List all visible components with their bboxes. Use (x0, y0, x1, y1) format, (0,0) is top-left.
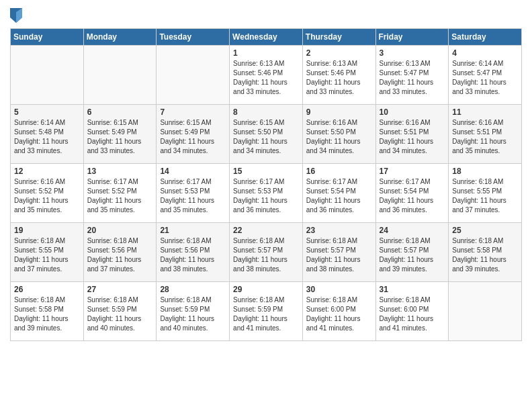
day-number: 18 (452, 167, 518, 176)
day-number: 12 (14, 167, 80, 176)
day-number: 9 (306, 107, 372, 117)
col-monday: Monday (83, 29, 157, 46)
day-info: Sunrise: 6:18 AM Sunset: 5:55 PM Dayligh… (14, 236, 80, 274)
day-info: Sunrise: 6:15 AM Sunset: 5:50 PM Dayligh… (233, 118, 299, 156)
day-info: Sunrise: 6:18 AM Sunset: 5:57 PM Dayligh… (306, 236, 372, 274)
day-info: Sunrise: 6:18 AM Sunset: 5:57 PM Dayligh… (380, 236, 445, 274)
day-number: 19 (14, 226, 80, 235)
day-cell: 24Sunrise: 6:18 AM Sunset: 5:57 PM Dayli… (375, 223, 449, 282)
day-cell: 9Sunrise: 6:16 AM Sunset: 5:50 PM Daylig… (302, 105, 375, 164)
day-number: 13 (87, 167, 153, 176)
week-row-2: 5Sunrise: 6:14 AM Sunset: 5:48 PM Daylig… (11, 105, 522, 164)
week-row-3: 12Sunrise: 6:16 AM Sunset: 5:52 PM Dayli… (11, 164, 522, 223)
day-number: 21 (160, 226, 226, 235)
day-info: Sunrise: 6:17 AM Sunset: 5:53 PM Dayligh… (160, 177, 226, 215)
day-cell: 7Sunrise: 6:15 AM Sunset: 5:49 PM Daylig… (157, 105, 230, 164)
day-info: Sunrise: 6:18 AM Sunset: 6:00 PM Dayligh… (380, 295, 445, 333)
day-cell: 10Sunrise: 6:16 AM Sunset: 5:51 PM Dayli… (375, 105, 449, 164)
day-number: 27 (87, 285, 153, 294)
day-number: 2 (306, 48, 372, 58)
day-cell: 3Sunrise: 6:13 AM Sunset: 5:47 PM Daylig… (375, 46, 449, 105)
day-number: 6 (87, 107, 153, 117)
day-cell (83, 46, 157, 105)
day-cell: 15Sunrise: 6:17 AM Sunset: 5:53 PM Dayli… (230, 164, 303, 223)
day-cell: 6Sunrise: 6:15 AM Sunset: 5:49 PM Daylig… (83, 105, 157, 164)
day-info: Sunrise: 6:13 AM Sunset: 5:46 PM Dayligh… (233, 59, 299, 97)
day-cell: 1Sunrise: 6:13 AM Sunset: 5:46 PM Daylig… (230, 46, 303, 105)
day-info: Sunrise: 6:18 AM Sunset: 5:55 PM Dayligh… (452, 177, 518, 215)
day-info: Sunrise: 6:17 AM Sunset: 5:54 PM Dayligh… (306, 177, 372, 215)
day-number: 30 (306, 285, 372, 294)
day-cell: 12Sunrise: 6:16 AM Sunset: 5:52 PM Dayli… (11, 164, 84, 223)
day-info: Sunrise: 6:17 AM Sunset: 5:52 PM Dayligh… (87, 177, 153, 215)
day-cell: 5Sunrise: 6:14 AM Sunset: 5:48 PM Daylig… (11, 105, 84, 164)
header-row: Sunday Monday Tuesday Wednesday Thursday… (11, 29, 522, 46)
day-info: Sunrise: 6:13 AM Sunset: 5:47 PM Dayligh… (380, 59, 445, 97)
day-cell: 27Sunrise: 6:18 AM Sunset: 5:59 PM Dayli… (83, 282, 157, 341)
day-info: Sunrise: 6:16 AM Sunset: 5:51 PM Dayligh… (452, 118, 518, 156)
day-number: 15 (233, 167, 299, 176)
day-cell: 21Sunrise: 6:18 AM Sunset: 5:56 PM Dayli… (157, 223, 230, 282)
day-cell: 20Sunrise: 6:18 AM Sunset: 5:56 PM Dayli… (83, 223, 157, 282)
day-info: Sunrise: 6:16 AM Sunset: 5:51 PM Dayligh… (380, 118, 445, 156)
day-number: 23 (306, 226, 372, 235)
day-info: Sunrise: 6:18 AM Sunset: 5:59 PM Dayligh… (233, 295, 299, 333)
day-cell (157, 46, 230, 105)
day-info: Sunrise: 6:15 AM Sunset: 5:49 PM Dayligh… (87, 118, 153, 156)
day-cell: 23Sunrise: 6:18 AM Sunset: 5:57 PM Dayli… (302, 223, 375, 282)
day-info: Sunrise: 6:17 AM Sunset: 5:53 PM Dayligh… (233, 177, 299, 215)
col-sunday: Sunday (11, 29, 84, 46)
day-number: 1 (233, 48, 299, 58)
col-wednesday: Wednesday (230, 29, 303, 46)
day-info: Sunrise: 6:18 AM Sunset: 6:00 PM Dayligh… (306, 295, 372, 333)
day-info: Sunrise: 6:18 AM Sunset: 5:56 PM Dayligh… (160, 236, 226, 274)
week-row-1: 1Sunrise: 6:13 AM Sunset: 5:46 PM Daylig… (11, 46, 522, 105)
day-cell: 2Sunrise: 6:13 AM Sunset: 5:46 PM Daylig… (302, 46, 375, 105)
logo-icon (10, 8, 22, 23)
day-number: 11 (452, 107, 518, 117)
day-number: 25 (452, 226, 518, 235)
day-number: 31 (380, 285, 445, 294)
day-info: Sunrise: 6:14 AM Sunset: 5:48 PM Dayligh… (14, 118, 80, 156)
day-info: Sunrise: 6:16 AM Sunset: 5:50 PM Dayligh… (306, 118, 372, 156)
day-cell: 18Sunrise: 6:18 AM Sunset: 5:55 PM Dayli… (449, 164, 522, 223)
day-info: Sunrise: 6:18 AM Sunset: 5:57 PM Dayligh… (233, 236, 299, 274)
day-info: Sunrise: 6:13 AM Sunset: 5:46 PM Dayligh… (306, 59, 372, 97)
day-cell: 13Sunrise: 6:17 AM Sunset: 5:52 PM Dayli… (83, 164, 157, 223)
day-number: 4 (452, 48, 518, 58)
day-cell: 25Sunrise: 6:18 AM Sunset: 5:58 PM Dayli… (449, 223, 522, 282)
week-row-4: 19Sunrise: 6:18 AM Sunset: 5:55 PM Dayli… (11, 223, 522, 282)
day-cell: 22Sunrise: 6:18 AM Sunset: 5:57 PM Dayli… (230, 223, 303, 282)
day-info: Sunrise: 6:18 AM Sunset: 5:58 PM Dayligh… (14, 295, 80, 333)
day-number: 17 (380, 167, 445, 176)
day-number: 3 (380, 48, 445, 58)
day-cell: 30Sunrise: 6:18 AM Sunset: 6:00 PM Dayli… (302, 282, 375, 341)
day-number: 26 (14, 285, 80, 294)
day-info: Sunrise: 6:18 AM Sunset: 5:58 PM Dayligh… (452, 236, 518, 274)
day-number: 20 (87, 226, 153, 235)
day-cell: 29Sunrise: 6:18 AM Sunset: 5:59 PM Dayli… (230, 282, 303, 341)
day-info: Sunrise: 6:18 AM Sunset: 5:59 PM Dayligh… (160, 295, 226, 333)
day-number: 8 (233, 107, 299, 117)
col-tuesday: Tuesday (157, 29, 230, 46)
day-cell: 14Sunrise: 6:17 AM Sunset: 5:53 PM Dayli… (157, 164, 230, 223)
day-cell (449, 282, 522, 341)
day-number: 7 (160, 107, 226, 117)
day-info: Sunrise: 6:18 AM Sunset: 5:56 PM Dayligh… (87, 236, 153, 274)
col-saturday: Saturday (449, 29, 522, 46)
day-cell: 28Sunrise: 6:18 AM Sunset: 5:59 PM Dayli… (157, 282, 230, 341)
day-cell (11, 46, 84, 105)
day-number: 28 (160, 285, 226, 294)
day-info: Sunrise: 6:16 AM Sunset: 5:52 PM Dayligh… (14, 177, 80, 215)
page-header (10, 7, 522, 23)
day-number: 22 (233, 226, 299, 235)
day-info: Sunrise: 6:17 AM Sunset: 5:54 PM Dayligh… (380, 177, 445, 215)
day-number: 29 (233, 285, 299, 294)
day-cell: 4Sunrise: 6:14 AM Sunset: 5:47 PM Daylig… (449, 46, 522, 105)
week-row-5: 26Sunrise: 6:18 AM Sunset: 5:58 PM Dayli… (11, 282, 522, 341)
day-number: 5 (14, 107, 80, 117)
day-cell: 16Sunrise: 6:17 AM Sunset: 5:54 PM Dayli… (302, 164, 375, 223)
day-info: Sunrise: 6:18 AM Sunset: 5:59 PM Dayligh… (87, 295, 153, 333)
col-friday: Friday (375, 29, 449, 46)
day-number: 16 (306, 167, 372, 176)
